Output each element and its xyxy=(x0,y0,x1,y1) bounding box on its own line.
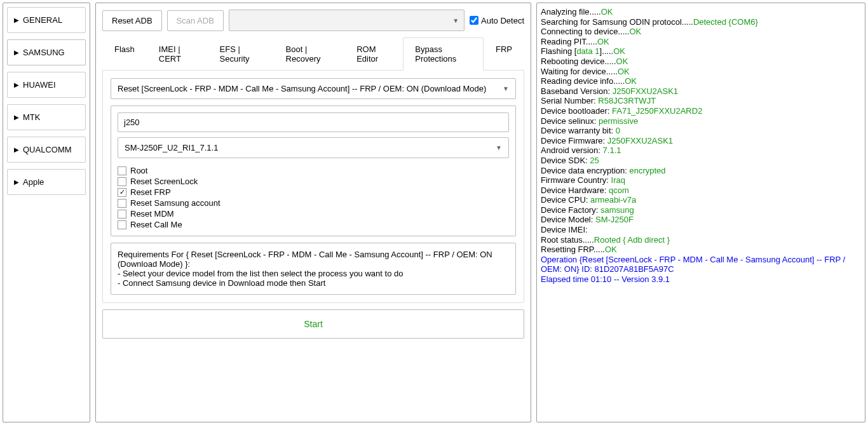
log-line: Device IMEI: xyxy=(541,225,861,235)
tab-flash[interactable]: Flash xyxy=(102,37,147,70)
triangle-right-icon: ▶ xyxy=(14,17,19,24)
log-line: Reading PIT.....OK xyxy=(541,37,861,47)
sidebar-item-general[interactable]: ▶GENERAL xyxy=(7,7,86,33)
option-label: Root xyxy=(130,166,147,175)
tab-boot-recovery[interactable]: Boot | Recovery xyxy=(274,37,345,70)
sidebar: ▶GENERAL▶SAMSUNG▶HUAWEI▶MTK▶QUALCOMM▶App… xyxy=(3,3,90,422)
option-reset-call-me[interactable]: Reset Call Me xyxy=(118,220,509,229)
toolbar: Reset ADB Scan ADB ▼ Auto Detect xyxy=(102,10,524,31)
auto-detect-input[interactable] xyxy=(470,16,478,25)
requirements-title: Requirements For { Reset [ScreenLock - F… xyxy=(118,250,509,269)
log-line: Elapsed time 01:10 -- Version 3.9.1 xyxy=(541,274,861,285)
log-line: Device SDK: 25 xyxy=(541,156,861,166)
log-line: Firmware Country: Iraq xyxy=(541,175,861,186)
log-line: Serial Number: R58JC3RTWJT xyxy=(541,96,861,106)
log-line: Rebooting device.....OK xyxy=(541,57,861,67)
option-label: Reset ScreenLock xyxy=(130,177,198,186)
log-line: Device warranty bit: 0 xyxy=(541,126,861,136)
log-line: Analyzing file.....OK xyxy=(541,7,861,17)
triangle-right-icon: ▶ xyxy=(14,179,19,186)
checkbox-icon[interactable] xyxy=(118,220,126,229)
triangle-right-icon: ▶ xyxy=(14,49,19,56)
log-line: Device Firmware: J250FXXU2ASK1 xyxy=(541,136,861,146)
sidebar-item-label: SAMSUNG xyxy=(23,48,65,57)
sidebar-item-label: GENERAL xyxy=(23,15,62,25)
options-list: RootReset ScreenLock✓Reset FRPReset Sams… xyxy=(118,166,509,229)
log-line: Baseband Version: J250FXXU2ASK1 xyxy=(541,86,861,97)
tab-panel: Reset [ScreenLock - FRP - MDM - Call Me … xyxy=(102,71,524,303)
option-reset-mdm[interactable]: Reset MDM xyxy=(118,209,509,219)
checkbox-icon[interactable] xyxy=(118,166,126,175)
option-reset-samsung-account[interactable]: Reset Samsung account xyxy=(118,198,509,208)
tab-frp[interactable]: FRP xyxy=(484,37,524,70)
log-line: Device selinux: permissive xyxy=(541,116,861,126)
operation-select-value: Reset [ScreenLock - FRP - MDM - Call Me … xyxy=(118,84,486,93)
main-panel: Reset ADB Scan ADB ▼ Auto Detect FlashIM… xyxy=(95,3,531,422)
log-line: Connecting to device.....OK xyxy=(541,27,861,37)
requirements-line: - Select your device model from the list… xyxy=(118,269,509,278)
requirements-line: - Connect Samsung device in Download mod… xyxy=(118,278,509,288)
sidebar-item-label: MTK xyxy=(23,112,40,122)
requirements-box: Requirements For { Reset [ScreenLock - F… xyxy=(111,243,516,295)
model-select-value: SM-J250F_U2_RI1_7.1.1 xyxy=(125,143,218,152)
checkbox-icon[interactable] xyxy=(118,210,126,219)
chevron-down-icon: ▼ xyxy=(452,17,459,24)
option-label: Reset MDM xyxy=(130,209,174,219)
device-box: SM-J250F_U2_RI1_7.1.1 ▼ RootReset Screen… xyxy=(111,105,516,236)
log-line: Waiting for device.....OK xyxy=(541,67,861,77)
auto-detect-checkbox[interactable]: Auto Detect xyxy=(470,16,524,25)
triangle-right-icon: ▶ xyxy=(14,81,19,88)
checkbox-icon[interactable]: ✓ xyxy=(118,188,126,197)
operation-select[interactable]: Reset [ScreenLock - FRP - MDM - Call Me … xyxy=(111,78,516,99)
scan-adb-button[interactable]: Scan ADB xyxy=(167,10,224,31)
sidebar-item-mtk[interactable]: ▶MTK xyxy=(7,104,86,130)
log-line: Device Hardware: qcom xyxy=(541,186,861,196)
log-line: Root status.....Rooted { Adb direct } xyxy=(541,235,861,245)
option-root[interactable]: Root xyxy=(118,166,509,175)
tab-efs-security[interactable]: EFS | Security xyxy=(208,37,274,70)
sidebar-item-label: HUAWEI xyxy=(23,80,56,90)
option-reset-frp[interactable]: ✓Reset FRP xyxy=(118,187,509,197)
log-line: Device Factory: samsung xyxy=(541,205,861,215)
checkbox-icon[interactable] xyxy=(118,199,126,208)
chevron-down-icon: ▼ xyxy=(503,85,509,92)
reset-adb-button[interactable]: Reset ADB xyxy=(102,10,162,31)
triangle-right-icon: ▶ xyxy=(14,146,19,153)
sidebar-item-huawei[interactable]: ▶HUAWEI xyxy=(7,72,86,98)
auto-detect-label: Auto Detect xyxy=(481,16,524,25)
sidebar-item-samsung[interactable]: ▶SAMSUNG xyxy=(7,39,86,65)
tabs: FlashIMEI | CERTEFS | SecurityBoot | Rec… xyxy=(102,37,524,71)
search-input[interactable] xyxy=(118,112,509,132)
option-label: Reset Call Me xyxy=(130,220,182,229)
log-line: Device CPU: armeabi-v7a xyxy=(541,195,861,205)
sidebar-item-label: QUALCOMM xyxy=(23,145,72,154)
model-select[interactable]: SM-J250F_U2_RI1_7.1.1 ▼ xyxy=(118,137,509,158)
option-label: Reset FRP xyxy=(130,187,171,197)
sidebar-item-apple[interactable]: ▶Apple xyxy=(7,169,86,195)
checkbox-icon[interactable] xyxy=(118,177,126,186)
log-line: Searching for Samsung ODIN protocol.....… xyxy=(541,17,861,27)
sidebar-item-qualcomm[interactable]: ▶QUALCOMM xyxy=(7,137,86,163)
log-line: Device data encryption: encrypted xyxy=(541,166,861,176)
chevron-down-icon: ▼ xyxy=(496,144,502,151)
tab-rom-editor[interactable]: ROM Editor xyxy=(344,37,403,70)
triangle-right-icon: ▶ xyxy=(14,114,19,121)
log-line: Device bootloader: FA71_J250FXXU2ARD2 xyxy=(541,106,861,116)
log-panel: Analyzing file.....OKSearching for Samsu… xyxy=(536,3,865,422)
log-line: Resetting FRP.....OK xyxy=(541,245,861,255)
port-select[interactable]: ▼ xyxy=(229,10,465,31)
log-line: Flashing [data 1].....OK xyxy=(541,46,861,57)
tab-bypass-protections[interactable]: Bypass Protections xyxy=(403,37,484,71)
option-label: Reset Samsung account xyxy=(130,198,220,208)
log-line: Device Model: SM-J250F xyxy=(541,215,861,225)
log-line: Operation {Reset [ScreenLock - FRP - MDM… xyxy=(541,255,861,274)
start-button[interactable]: Start xyxy=(102,309,524,339)
sidebar-item-label: Apple xyxy=(23,177,44,187)
tab-imei-cert[interactable]: IMEI | CERT xyxy=(147,37,208,70)
option-reset-screenlock[interactable]: Reset ScreenLock xyxy=(118,177,509,186)
log-line: Android version: 7.1.1 xyxy=(541,145,861,156)
log-line: Reading device info.....OK xyxy=(541,76,861,86)
